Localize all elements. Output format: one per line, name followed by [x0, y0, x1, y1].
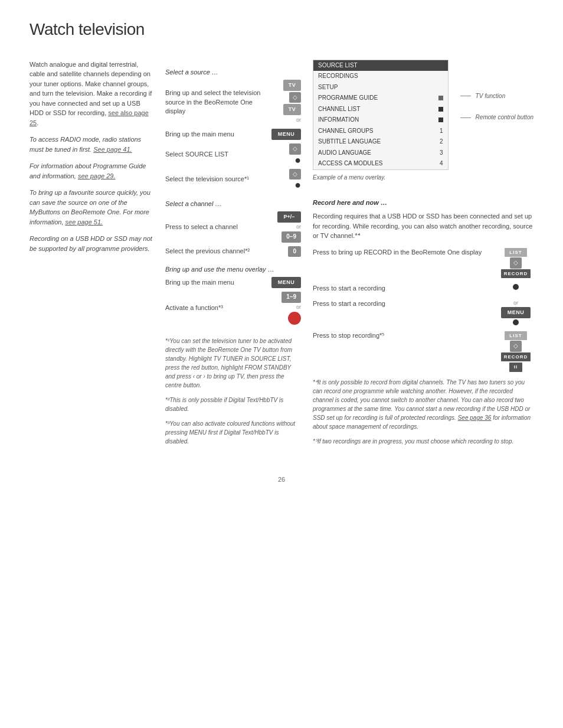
menu-item-information-label: INFORMATION: [318, 116, 359, 125]
menu-button-2-area: MENU: [271, 277, 301, 288]
pause-button[interactable]: II: [509, 363, 522, 372]
diamond-button-record-1[interactable]: ◇: [510, 257, 522, 269]
menu-annotations: TV function Remote control button: [460, 60, 533, 190]
menu-item-information: INFORMATION: [313, 115, 448, 126]
list-button-2[interactable]: LIST: [505, 331, 526, 341]
menu-button-2[interactable]: MENU: [271, 277, 301, 288]
menu-overlay-label: Bring up and use the menu overlay …: [165, 265, 301, 275]
menu-item-channel-groups: CHANNEL GROUPS 1: [313, 126, 448, 137]
record-button-1[interactable]: RECORD: [501, 269, 531, 279]
press-channel-row: Press to select a channel P+/− or 0–9: [165, 211, 301, 243]
menu-item-setup: SETUP: [313, 82, 448, 93]
audio-language-num: 3: [440, 149, 443, 158]
footnote-2: *²This is only possible if Digital Text/…: [165, 396, 301, 413]
footnote-5: *⁵If two recordings are in progress, you…: [313, 437, 533, 446]
record-step-4-btns: LIST ◇ RECORD II: [498, 331, 533, 372]
prev-channel-text: Select the previous channel*²: [165, 247, 266, 256]
channel-list-indicator: [438, 107, 443, 112]
right-top: SOURCE LIST RECORDINGS SETUP PROGRAMME G…: [313, 60, 533, 190]
record-step-3-btns: or MENU: [498, 299, 533, 325]
record-step-3-text: Press to start a recording: [313, 299, 492, 308]
menu-item-recordings: RECORDINGS: [313, 71, 448, 82]
menu-item-channel-groups-label: CHANNEL GROUPS: [318, 127, 374, 136]
zero-btn-area: 0: [271, 246, 301, 257]
middle-column: Select a source … Bring up and select th…: [165, 60, 301, 452]
tv-source-text: Select the television source*¹: [165, 175, 266, 184]
zero-button[interactable]: 0: [288, 246, 301, 257]
diamond-button-record-2[interactable]: ◇: [510, 341, 522, 352]
menu-item-subtitle-language-label: SUBTITLE LANGUAGE: [318, 138, 381, 146]
menu-item-access-ca: ACCESS CA MODULES 4: [313, 158, 448, 169]
see-page-41-link[interactable]: See page 41.: [93, 146, 132, 153]
footnote-1: *¹You can set the television tuner to be…: [165, 337, 301, 390]
tv-button-2[interactable]: TV: [283, 104, 301, 115]
menu-item-subtitle-language: SUBTITLE LANGUAGE 2: [313, 136, 448, 148]
activate-function-text: Activate a function*³: [165, 303, 266, 312]
main-menu-row: Bring up the main menu MENU: [165, 129, 301, 140]
left-column: Watch analogue and digital terrestrial, …: [30, 60, 153, 452]
menu-item-channel-list-label: CHANNEL LIST: [318, 105, 360, 114]
activate-btn-area: 1–9 or: [271, 292, 301, 325]
coloured-button[interactable]: [288, 312, 301, 325]
record-step-1: Press to bring up RECORD in the BeoRemot…: [313, 248, 533, 279]
record-section: Record here and now … Recording requires…: [313, 198, 533, 446]
record-step-3: Press to start a recording or MENU: [313, 299, 533, 325]
diamond-button-2[interactable]: ◇: [289, 143, 301, 155]
record-intro: Recording requires that a USB HDD or SSD…: [313, 211, 533, 241]
menu-button-record[interactable]: MENU: [501, 307, 531, 318]
page-number: 26: [30, 475, 533, 485]
tv-button-1[interactable]: TV: [283, 80, 301, 91]
activate-function-row: Activate a function*³ 1–9 or: [165, 292, 301, 325]
pplus-btn-area: P+/− or 0–9: [271, 211, 301, 243]
record-section-title: Record here and now …: [313, 198, 533, 208]
record-step-2: Press to start a recording: [313, 284, 533, 293]
programme-guide-indicator: [438, 96, 443, 100]
list-button-1[interactable]: LIST: [505, 248, 526, 257]
diamond-btn-area-1: ◇ ●: [271, 143, 301, 165]
menu-item-channel-list: CHANNEL LIST: [313, 104, 448, 115]
menu-item-audio-language-label: AUDIO LANGUAGE: [318, 149, 371, 158]
menu-item-programme-guide: PROGRAMME GUIDE: [313, 93, 448, 104]
see-page-51-link[interactable]: see page 51.: [66, 218, 103, 226]
centre-dot-button-1[interactable]: [513, 284, 519, 290]
select-channel-label: Select a channel …: [165, 200, 301, 209]
centre-dot-button-2[interactable]: [513, 319, 519, 325]
menu-button-area: MENU: [271, 129, 301, 140]
diamond-button-3[interactable]: ◇: [289, 169, 301, 180]
intro-text: Watch analogue and digital terrestrial, …: [30, 60, 153, 128]
menu-overlay-box: SOURCE LIST RECORDINGS SETUP PROGRAMME G…: [313, 60, 449, 170]
remote-control-label: Remote control button: [476, 113, 533, 122]
see-page-36-link[interactable]: See page 36: [458, 414, 492, 421]
see-page-25-link[interactable]: see also page 25: [30, 109, 149, 126]
menu-button[interactable]: MENU: [271, 129, 301, 140]
source-list-text: Select SOURCE LIST: [165, 150, 266, 159]
zero-nine-button[interactable]: 0–9: [282, 231, 301, 243]
right-column: SOURCE LIST RECORDINGS SETUP PROGRAMME G…: [313, 60, 533, 452]
tv-source-row: Select the television source*¹ ◇ ●: [165, 169, 301, 191]
one-nine-button[interactable]: 1–9: [282, 292, 301, 303]
record-button-2[interactable]: RECORD: [501, 352, 531, 362]
menu-item-programme-guide-label: PROGRAMME GUIDE: [318, 94, 378, 103]
prev-channel-row: Select the previous channel*² 0: [165, 246, 301, 257]
footnote-right-section: *⁴It is only possible to record from dig…: [313, 378, 533, 446]
record-step-1-btns: LIST ◇ RECORD: [498, 248, 533, 279]
menu-item-audio-language: AUDIO LANGUAGE 3: [313, 148, 448, 159]
select-source-row: Bring up and select the television sourc…: [165, 80, 301, 126]
note1: To access RADIO mode, radio stations mus…: [30, 135, 153, 154]
see-page-29-link[interactable]: see page 29.: [78, 172, 116, 179]
record-step-4-text: Press to stop recording*⁵: [313, 331, 492, 340]
channel-groups-num: 1: [440, 127, 443, 136]
record-step-4: Press to stop recording*⁵ LIST ◇ RECORD …: [313, 331, 533, 372]
source-list-row: Select SOURCE LIST ◇ ●: [165, 143, 301, 165]
page-title: Watch television: [30, 18, 533, 42]
diamond-button-1[interactable]: ◇: [289, 92, 301, 103]
p-plus-button[interactable]: P+/−: [277, 211, 301, 223]
select-source-label: Select a source …: [165, 68, 301, 77]
record-step-1-text: Press to bring up RECORD in the BeoRemot…: [313, 248, 492, 257]
example-caption: Example of a menu overlay.: [313, 174, 449, 182]
menu-overlay-text: Bring up the main menu: [165, 278, 266, 287]
record-step-2-text: Press to start a recording: [313, 284, 492, 293]
menu-overlay-menu-row: Bring up the main menu MENU: [165, 277, 301, 288]
note3: To bring up a favourite source quickly, …: [30, 188, 153, 227]
menu-item-source-list-label: SOURCE LIST: [318, 61, 358, 70]
